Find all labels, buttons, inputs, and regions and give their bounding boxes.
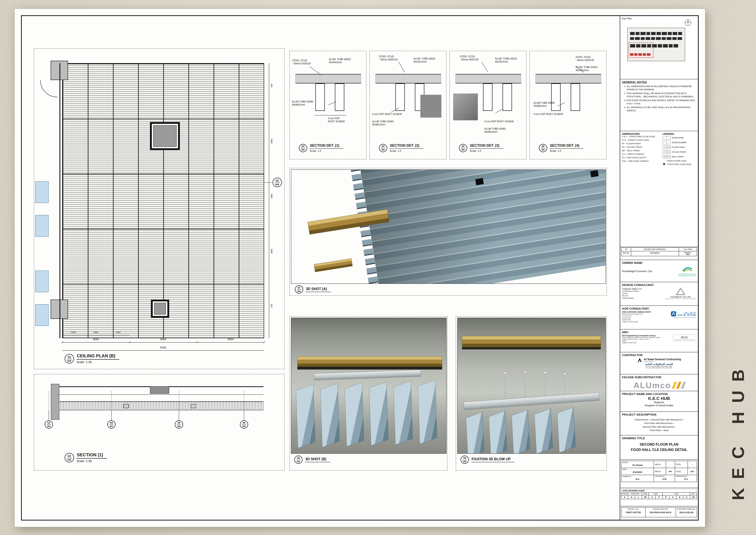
- brass-channel-3d: [462, 336, 601, 347]
- alumco-stripe-orange: [676, 382, 682, 389]
- section-detail-panel-1: STEEL STUD - 50mm-2020133 ALUM. TUBE 630…: [289, 51, 366, 159]
- tube-3d: [557, 407, 576, 453]
- abbr-item: FHC - FIRE HOSE CABINET: [622, 159, 661, 163]
- tube-3d: [466, 412, 485, 454]
- alumco-stripe-yellow: [672, 382, 677, 389]
- clamp-3d: [475, 178, 484, 185]
- wall-finish-symbol: WFPT-04: [662, 155, 670, 158]
- contractor-section: CONTRACTOR Al Saad General Contracting L…: [620, 352, 698, 374]
- screw-3d: [505, 374, 506, 397]
- legends-column: LEGENDS: ROOM NAME ROOM NUMBER FFPT-02FL…: [662, 132, 696, 167]
- skylight-inner: [153, 125, 177, 147]
- fixation-detail: [191, 404, 196, 408]
- fixation-render: [457, 318, 606, 454]
- reference-photo: [420, 95, 442, 118]
- marker-sheet: 680: [242, 425, 246, 427]
- legend-label: FINISH FLOOR LEVEL: [667, 160, 687, 162]
- marker-number: 04: [109, 422, 114, 425]
- project-name-section: PROJECT NAME AND LOCATION K.E.C HUB Madi…: [620, 391, 698, 411]
- drc-name: ECG Engineering Consultants Group: [622, 335, 660, 337]
- aor-consultant-title: AOR CONSULTANT:: [622, 307, 696, 310]
- screw-head: [544, 371, 547, 374]
- shot-b-label: 08680 3D SHOT (B): [294, 456, 330, 464]
- screw-3d: [544, 374, 545, 397]
- alumco-logo-text: ALUmco: [634, 380, 671, 390]
- tube-3d: [534, 408, 553, 454]
- dim-label: 3064: [270, 139, 273, 144]
- clamp-3d: [590, 170, 599, 177]
- detail-cut-marker: 04680: [107, 411, 116, 429]
- marker-leader: [179, 411, 179, 420]
- marker-number: 05: [461, 145, 465, 148]
- room-number-symbol: [662, 141, 670, 144]
- alum-tube-profile: [315, 83, 325, 111]
- drawing-scale: Scale: 1:30: [76, 459, 107, 463]
- annotation-alum-tube: ALUM. TUBE 63022 40x40x2mm: [413, 57, 436, 63]
- legend-label: FLOOR FINISH: [672, 146, 685, 148]
- drawing-title: SECTION DET. (2): [390, 144, 423, 149]
- drc-address: Prince Mohamed Bin Abdul Aziz (Al Tahlia…: [622, 337, 660, 344]
- aor-consultant-section: AOR CONSULTANT: DAR ALRIYADH CONSULTANTS…: [620, 305, 698, 329]
- detail-1-label: 03680 SECTION DET. (1)Scale: 1:2: [299, 144, 343, 153]
- facade-subcontractor-title: FACADE SUBCONTRACTOR: [622, 376, 696, 379]
- annotation-alum-tube: ALUM TUBE 62060 40x80x2mm: [484, 127, 505, 133]
- shop-value: II: [621, 495, 628, 499]
- drawing-title: SECTION (1): [76, 452, 107, 459]
- leader-line: [398, 62, 405, 72]
- drawing-title: 3D SHOT (A): [306, 287, 331, 292]
- marker-leader: [49, 411, 49, 420]
- shop-value: A: [628, 495, 635, 499]
- marker-sheet: 680: [461, 149, 465, 151]
- marker-number: 08: [296, 457, 301, 460]
- ceiling-hatch-band: [376, 74, 441, 83]
- column: [51, 299, 68, 319]
- marker-sheet: 680: [541, 149, 545, 151]
- fixation-panel: 09680 FIXATION 3D BLOW UP: [456, 316, 607, 470]
- project-no-cell: PROJECT NO.P0027-CNT728: [621, 507, 645, 517]
- annotation-alum-tube: ALUM TUBE 62060 40x80x2mm: [292, 100, 313, 106]
- marker-number: 06: [541, 145, 545, 148]
- strl-label: STRL.: [675, 461, 688, 468]
- contractor-name: Al Saad General Contracting: [644, 358, 681, 361]
- section-detail-panel-3: STEEL STUD - 50mm-2020133 ALUM. TUBE 630…: [449, 51, 526, 159]
- dim-label: 3064: [270, 249, 273, 254]
- alsaad-logo-icon: [637, 357, 642, 363]
- marker-sheet: 680: [177, 425, 181, 427]
- drawing-title-section: DRAWING TITLE SECOND FLOOR PLAN FOOD HAL…: [620, 435, 698, 460]
- ceiling-finish-symbol: CFCL-6: [662, 150, 670, 154]
- alumco-logo: ALUmco: [622, 380, 696, 390]
- owner-title: OWNER NAME: [622, 261, 696, 265]
- ecg-logo-text: ECG: [674, 335, 695, 339]
- channel-slot-shadow: [297, 367, 442, 370]
- elec-value: N/A: [688, 468, 697, 475]
- revision-table: 00 ISSUED FOR APPROVAL 5-11-2023 Rev. No…: [620, 247, 698, 260]
- kec-logo-text: Knowledge Economic City: [678, 275, 696, 276]
- tube-3d: [296, 384, 315, 448]
- mech-label: MECH.: [654, 468, 666, 475]
- annotation-steel-stud: STEEL STUD - 50mm-2020133: [576, 56, 594, 62]
- abbr-item: FF - FLOOR FINISH: [622, 142, 661, 146]
- drawing-scale: Scale: 1:2: [390, 150, 423, 153]
- annotation-steel-stud: STEEL STUD - 50mm-2020133: [460, 55, 478, 61]
- shop-header-rev: REV.: [690, 493, 697, 495]
- shop-header-zone: ZONE: [642, 493, 649, 495]
- abbreviation-column: ABBREVIATION: S.S.L - STRUCTURAL SLAB LE…: [622, 132, 661, 167]
- title-block: Key Plan: [620, 16, 698, 520]
- abbr-item: S.S.L - STRUCTURAL SLAB LEVEL: [622, 135, 661, 138]
- mech-value: N/A: [666, 468, 675, 475]
- dar-alriyadh-text: DAR AL RIYADH: [678, 314, 696, 316]
- ceiling-plan-panel: 02 680 554 3064 3064 3064 554 1016 1016 …: [34, 48, 284, 369]
- alum-tube-profile: [335, 83, 344, 111]
- kec-logo-arabic: مدينة المعرفة الاقتصادية: [678, 273, 696, 275]
- structural-slab-level-symbol: [662, 163, 665, 165]
- tube-3d: [345, 382, 364, 446]
- shop-value: P: [662, 495, 669, 499]
- drawing-marker: 03680: [299, 144, 307, 152]
- drc-section: DRC: ECG Engineering Consultants Group P…: [620, 329, 698, 352]
- shop-value: 6: [669, 495, 676, 499]
- shop-header-level: LEVEL: [649, 493, 662, 495]
- chapman-taylor-logo: CHAPMAN TAYLOR GLOBAL ARCHITECTS & MASTE…: [665, 288, 696, 299]
- marker-sheet: 680: [47, 425, 50, 427]
- dim-label: 554: [270, 84, 273, 87]
- skylight-box-2: [151, 299, 169, 318]
